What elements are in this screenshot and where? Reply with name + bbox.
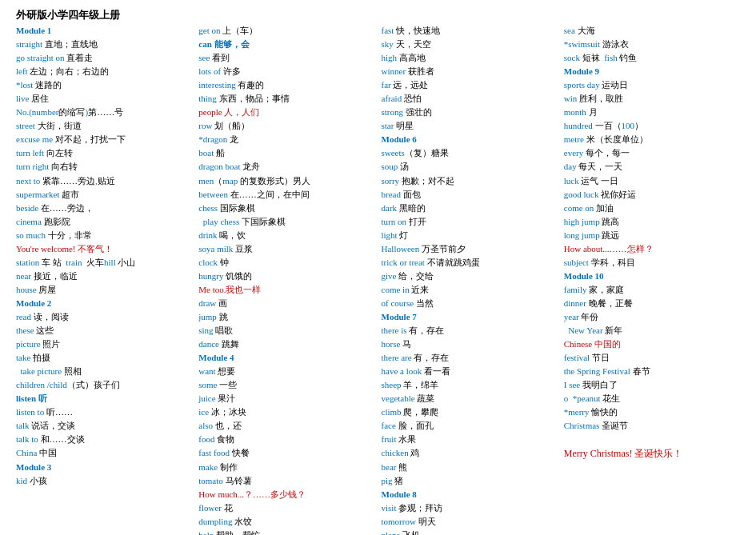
column-3: fast 快，快速地sky 天，天空high 高高地winner 获胜者far …: [375, 24, 558, 535]
entry-3-1: fast 快，快速地: [382, 24, 551, 38]
entry-3-11: soup 汤: [382, 160, 551, 174]
entry-1-2: straight 直地；直线地: [16, 38, 186, 51]
entry-4-12: luck 运气 一日: [564, 174, 734, 188]
entry-3-34: pig 猪: [382, 474, 551, 488]
entry-1-4: left 左边；向右；右边的: [16, 65, 186, 78]
entry-3-37: tomorrow 明天: [382, 515, 551, 529]
entry-3-36: visit 参观；拜访: [382, 501, 551, 515]
entry-1-30: talk 说话，交谈: [16, 419, 186, 433]
entry-2-25: Module 4: [198, 351, 368, 365]
entry-3-8: star 明星: [382, 119, 551, 133]
entry-2-28: juice 果汁: [198, 392, 368, 405]
entry-3-29: climb 爬，攀爬: [382, 405, 551, 419]
entry-2-31: food 食物: [198, 433, 368, 446]
entry-1-15: cinema 跑影院: [16, 215, 186, 229]
column-4: sea 大海*swimsuit 游泳衣sock 短袜 fish 钓鱼Module…: [558, 24, 740, 535]
entry-3-12: sorry 抱歉；对不起: [382, 174, 551, 188]
entry-1-9: excuse me 对不起，打扰一下: [16, 133, 186, 146]
entry-2-17: soya milk 豆浆: [198, 242, 368, 256]
entry-1-24: picture 照片: [16, 337, 186, 351]
entry-3-21: of course 当然: [382, 297, 551, 310]
entry-4-19: Module 10: [564, 269, 734, 283]
entry-3-32: chicken 鸡: [382, 446, 551, 460]
entry-2-11: dragon boat 龙舟: [198, 160, 368, 174]
entry-2-26: want 想要: [198, 365, 368, 378]
entry-4-17: How about...……怎样？: [564, 242, 734, 256]
entry-2-37: dumpling 水饺: [198, 515, 368, 529]
entry-2-19: hungry 饥饿的: [198, 269, 368, 283]
entry-1-12: next to 紧靠……旁边,贴近: [16, 174, 186, 188]
entry-2-27: some 一些: [198, 378, 368, 392]
entry-4-8: hundred 一百（100）: [564, 119, 734, 133]
entry-3-6: afraid 恐怕: [382, 92, 551, 106]
entry-2-29: ice 冰；冰块: [198, 405, 368, 419]
entry-3-23: there is 有，存在: [382, 324, 551, 337]
entry-4-28: o *peanut 花生: [564, 392, 734, 405]
entry-3-18: trick or treat 不请就跳鸡蛋: [382, 256, 551, 269]
entry-1-3: go straight on 直着走: [16, 51, 186, 65]
entry-4-2: *swimsuit 游泳衣: [564, 38, 734, 51]
entry-1-1: Module 1: [16, 24, 186, 38]
entry-2-9: *dragon 龙: [198, 133, 368, 146]
entry-2-38: help 帮助，帮忙: [198, 529, 368, 535]
entry-1-29: listen to 听……: [16, 405, 186, 419]
entry-4-23: New Year 新年: [564, 324, 734, 337]
entry-1-25: take 拍摄: [16, 351, 186, 365]
entry-2-10: boat 船: [198, 146, 368, 160]
entry-2-36: flower 花: [198, 501, 368, 515]
column-2: get on 上（车）can 能够，会see 看到lots of 许多inter…: [192, 24, 374, 535]
entry-3-35: Module 8: [382, 488, 551, 501]
entry-3-28: vegetable 蔬菜: [382, 392, 551, 405]
entry-2-33: make 制作: [198, 461, 368, 474]
entry-1-23: these 这些: [16, 324, 186, 337]
entry-3-2: sky 天，天空: [382, 38, 551, 51]
entry-2-35: How much...？……多少钱？: [198, 488, 368, 501]
column-1: Module 1straight 直地；直线地go straight on 直着…: [16, 24, 192, 535]
entry-3-14: dark 黑暗的: [382, 202, 551, 215]
entry-1-5: *lost 迷路的: [16, 78, 186, 92]
entry-1-14: beside 在……旁边，: [16, 202, 186, 215]
entry-3-13: bread 面包: [382, 188, 551, 202]
entry-2-1: get on 上（车）: [198, 24, 368, 38]
entry-4-11: day 每天，一天: [564, 160, 734, 174]
entry-3-38: plane 飞机: [382, 529, 551, 535]
entry-2-21: draw 画: [198, 297, 368, 310]
entry-4-9: metre 米（长度单位）: [564, 133, 734, 146]
entry-2-15: play chess 下国际象棋: [198, 215, 368, 229]
entry-1-17: You're welcome! 不客气！: [16, 242, 186, 256]
entry-4-18: subject 学科，科目: [564, 256, 734, 269]
entry-1-20: house 房屋: [16, 283, 186, 297]
entry-1-33: Module 3: [16, 461, 186, 474]
entry-3-22: Module 7: [382, 310, 551, 324]
entry-1-32: China 中国: [16, 446, 186, 460]
entry-2-13: between 在……之间，在中间: [198, 188, 368, 202]
entry-1-26: take picture 照相: [16, 365, 186, 378]
entry-4-32: Merry Christmas! 圣诞快乐！: [564, 446, 734, 461]
entry-3-3: high 高高地: [382, 51, 551, 65]
entry-1-13: supermarket 超市: [16, 188, 186, 202]
entry-3-16: light 灯: [382, 229, 551, 242]
entry-4-4: Module 9: [564, 65, 734, 78]
entry-3-25: there are 有，存在: [382, 351, 551, 365]
entry-4-30: Christmas 圣诞节: [564, 419, 734, 433]
entry-4-24: Chinese 中国的: [564, 337, 734, 351]
entry-2-6: thing 东西，物品；事情: [198, 92, 368, 106]
entry-3-24: horse 马: [382, 337, 551, 351]
entry-4-3: sock 短袜 fish 钓鱼: [564, 51, 734, 65]
entry-4-15: high jump 跳高: [564, 215, 734, 229]
entry-4-1: sea 大海: [564, 24, 734, 38]
entry-2-12: men（map 的复数形式）男人: [198, 174, 368, 188]
entry-4-16: long jump 跳远: [564, 229, 734, 242]
entry-3-9: Module 6: [382, 133, 551, 146]
entry-2-18: clock 钟: [198, 256, 368, 269]
entry-1-10: turn left 向左转: [16, 146, 186, 160]
entry-1-22: read 读，阅读: [16, 310, 186, 324]
entry-2-5: interesting 有趣的: [198, 78, 368, 92]
entry-3-27: sheep 羊，绵羊: [382, 378, 551, 392]
entry-4-13: good luck 祝你好运: [564, 188, 734, 202]
entry-4-20: family 家，家庭: [564, 283, 734, 297]
entry-3-7: strong 强壮的: [382, 106, 551, 119]
entry-3-31: fruit 水果: [382, 433, 551, 446]
entry-2-2: can 能够，会: [198, 38, 368, 51]
entry-3-20: come in 近来: [382, 283, 551, 297]
